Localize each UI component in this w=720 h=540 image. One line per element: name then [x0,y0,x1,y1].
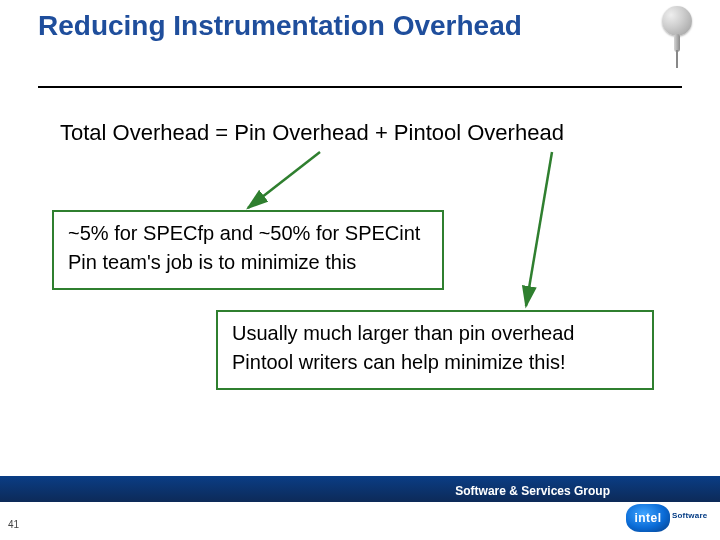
callout-line: ~5% for SPECfp and ~50% for SPECint [68,222,428,245]
page-number: 41 [8,519,19,530]
logo-subtext: Software [672,511,707,520]
callout-pin-overhead: ~5% for SPECfp and ~50% for SPECint Pin … [52,210,444,290]
callout-line: Pin team's job is to minimize this [68,251,428,274]
footer-band [0,476,720,502]
arrow-pin-overhead [240,146,360,218]
svg-line-1 [526,152,552,306]
pushpin-icon [654,6,698,70]
callout-line: Pintool writers can help minimize this! [232,351,638,374]
title-rule [38,86,682,88]
slide-title: Reducing Instrumentation Overhead [38,10,558,42]
intel-badge-icon: intel [626,504,670,532]
intel-software-logo: intel Software [626,502,704,534]
arrow-pintool-overhead [460,146,610,316]
callout-pintool-overhead: Usually much larger than pin overhead Pi… [216,310,654,390]
equation-text: Total Overhead = Pin Overhead + Pintool … [60,120,564,146]
svg-line-0 [248,152,320,208]
footer-text: Software & Services Group [455,484,610,498]
callout-line: Usually much larger than pin overhead [232,322,638,345]
